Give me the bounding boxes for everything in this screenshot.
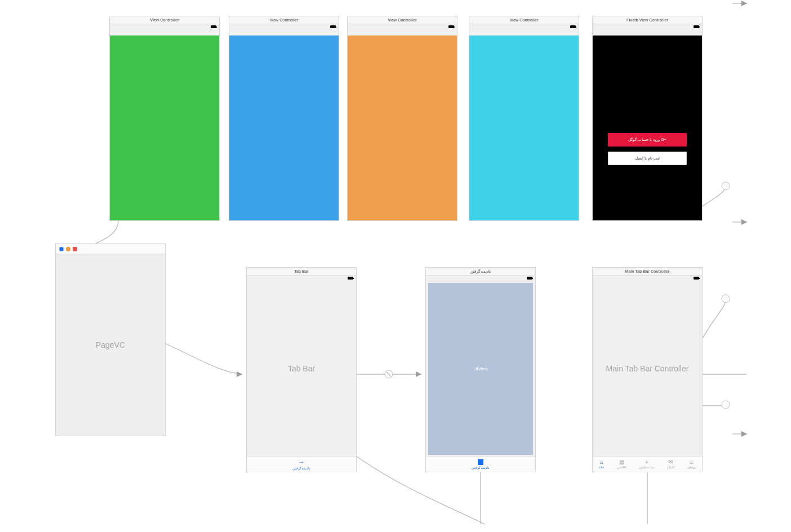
main-tab-body-label: Main Tab Bar Controller [606,364,689,373]
email-signup-button[interactable]: ثبت نام با ایمیل [608,152,687,165]
status-bar [229,24,339,30]
green-view [110,36,219,220]
uiview-label: UIView [473,366,487,371]
tab-item-collection[interactable]: ▤ کالکشن [617,459,626,469]
svg-marker-0 [237,371,242,377]
scene-title: Main Tab Bar Controller [593,268,702,276]
tab-item-profile[interactable]: ☺ پروفایل [687,459,696,469]
first-responder-icon [66,247,70,251]
scene-title: View Controller [229,16,339,24]
selection-indicator-icon [59,247,64,251]
tab-label: گفتگو [667,466,674,469]
svg-marker-7 [741,1,747,6]
ignore-scene[interactable]: نادیده گرفتن UIView نادیده گرفتن [425,267,536,472]
battery-icon [694,277,699,280]
uiview-placeholder[interactable]: UIView [428,283,533,455]
status-bar [469,24,579,30]
square-icon[interactable] [478,459,483,465]
svg-point-6 [722,182,730,190]
view-controller-scene-2[interactable]: View Controller [229,16,339,221]
arrow-right-icon[interactable]: → [298,459,305,466]
ignore-tab-bar: نادیده گرفتن [426,456,535,472]
home-icon: ⌂ [600,459,603,465]
scene-title: نادیده گرفتن [426,268,535,276]
tab-label: پروفایل [687,466,696,469]
orange-view [348,36,457,220]
view-controller-scene-3[interactable]: View Controller [347,16,457,221]
scene-title: Fiveth View Controller [593,16,702,24]
svg-marker-8 [741,219,747,225]
tab-item-chat[interactable]: ✉ گفتگو [667,459,674,469]
battery-icon [527,277,532,280]
scene-title: View Controller [348,16,457,24]
tab-item-order[interactable]: ＋ ثبت سفارش [639,459,654,469]
tab-bar-body-label: Tab Bar [288,364,315,373]
tab-item-label[interactable]: نادیده گرفتن [292,466,311,470]
tab-bar-footer: → نادیده گرفتن [247,456,356,472]
storyboard-canvas[interactable]: View Controller View Controller View Con… [0,0,791,532]
tab-label: ثبت سفارش [639,466,654,469]
status-bar [593,24,702,30]
scene-selection-header [56,244,165,254]
collection-icon: ▤ [619,459,624,465]
scene-title: View Controller [110,16,219,24]
scene-title: Tab Bar [247,268,356,276]
tab-label: کالکشن [617,466,626,469]
cyan-view [469,36,579,220]
svg-point-2 [385,370,393,378]
status-bar [593,276,702,281]
plus-icon: ＋ [644,459,650,465]
google-login-button[interactable]: ورود با حساب گوگل G+ [608,133,687,147]
view-controller-scene-4[interactable]: View Controller [469,16,579,221]
status-bar [110,24,219,30]
battery-icon [448,25,454,28]
chat-icon: ✉ [668,459,673,465]
svg-point-4 [722,295,730,303]
status-bar [247,276,356,281]
battery-icon [330,25,336,28]
tab-item-label[interactable]: نادیده گرفتن [472,466,490,469]
fiveth-view-controller-scene[interactable]: Fiveth View Controller ورود با حساب گوگل… [592,16,703,221]
view-controller-scene-1[interactable]: View Controller [109,16,220,221]
status-bar [426,276,535,281]
battery-icon [348,277,353,280]
blue-view [229,36,339,220]
svg-point-5 [722,401,730,409]
exit-icon [73,247,77,251]
svg-line-3 [386,372,391,376]
pagevc-label: PageVC [96,340,125,349]
scene-title: View Controller [469,16,579,24]
svg-marker-9 [741,431,747,437]
svg-marker-1 [416,371,421,377]
profile-icon: ☺ [688,459,694,465]
main-tab-bar: ⌂ خانه ▤ کالکشن ＋ ثبت سفارش ✉ گفتگو ☺ پر… [593,456,702,472]
status-bar [348,24,457,30]
tab-bar-scene[interactable]: Tab Bar Tab Bar → نادیده گرفتن [246,267,357,472]
main-tab-bar-controller-scene[interactable]: Main Tab Bar Controller Main Tab Bar Con… [592,267,703,472]
tab-label: خانه [599,466,604,469]
battery-icon [211,25,216,28]
battery-icon [694,25,699,28]
tab-item-home[interactable]: ⌂ خانه [599,459,604,469]
battery-icon [570,25,576,28]
black-view [593,36,702,220]
pagevc-scene[interactable]: PageVC [55,243,166,436]
